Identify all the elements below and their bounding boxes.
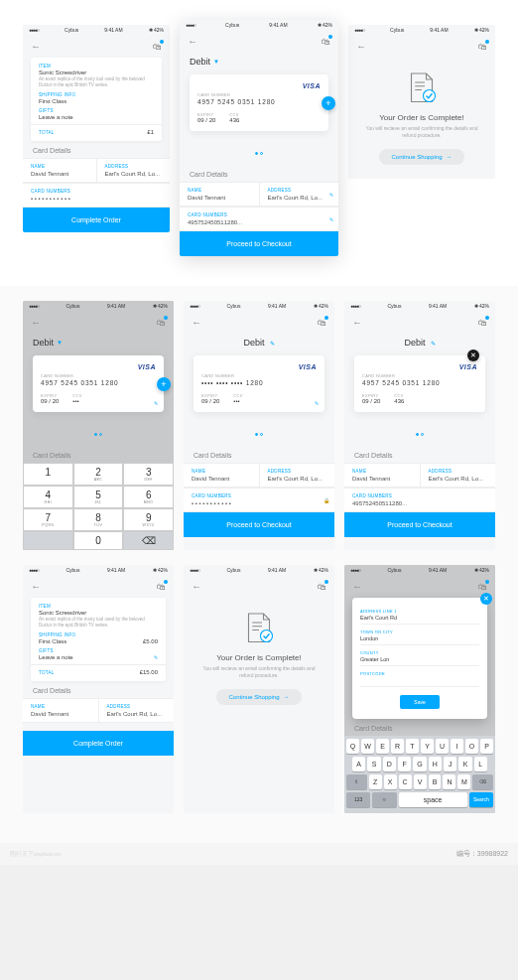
key-2[interactable]: 2ABC bbox=[73, 463, 124, 486]
close-icon[interactable]: ✕ bbox=[480, 593, 492, 605]
proceed-checkout-button[interactable]: Proceed to Checkout bbox=[180, 231, 338, 256]
key-e[interactable]: E bbox=[376, 739, 389, 754]
key-s[interactable]: S bbox=[367, 757, 380, 771]
key-r[interactable]: R bbox=[391, 739, 404, 754]
emoji-key[interactable]: ☺ bbox=[372, 792, 396, 807]
address-field[interactable]: ADDRESSEarl's Court Rd, Lo... bbox=[421, 464, 496, 487]
address-field[interactable]: ADDRESSEarl's Court Rd, Lo... bbox=[97, 159, 171, 182]
cart-icon[interactable]: 🛍 bbox=[322, 37, 330, 47]
address-field[interactable]: ADDRESSEarl's Court Rd, Lo...✎ bbox=[260, 183, 339, 206]
proceed-checkout-button[interactable]: Proceed to Checkout bbox=[344, 512, 495, 537]
key-x[interactable]: X bbox=[384, 774, 397, 789]
address-postcode[interactable] bbox=[360, 677, 479, 687]
card-number-field[interactable]: CARD NUMBERS• • • • • • • • • • •🔒 bbox=[184, 489, 334, 511]
search-key[interactable]: Search bbox=[469, 792, 493, 807]
key-3[interactable]: 3DEF bbox=[123, 463, 174, 486]
back-icon[interactable]: ← bbox=[188, 36, 197, 47]
name-field[interactable]: NAMEDavid Tennant bbox=[184, 464, 260, 487]
back-icon[interactable]: ← bbox=[352, 317, 362, 328]
key-q[interactable]: Q bbox=[346, 739, 359, 754]
card-number-field[interactable]: CARD NUMBERS495752450511280... bbox=[344, 489, 495, 511]
key-0[interactable]: 0 bbox=[73, 531, 124, 550]
key-m[interactable]: M bbox=[457, 774, 470, 789]
key-w[interactable]: W bbox=[361, 739, 374, 754]
key-o[interactable]: O bbox=[465, 739, 478, 754]
name-field[interactable]: NAMEDavid Tennant bbox=[23, 699, 99, 722]
key-8[interactable]: 8TUV bbox=[73, 508, 124, 531]
key-u[interactable]: U bbox=[436, 739, 449, 754]
space-key[interactable]: space bbox=[399, 792, 467, 807]
edit-icon[interactable]: ✎ bbox=[154, 654, 158, 660]
cart-icon[interactable]: 🛍 bbox=[153, 42, 162, 52]
key-5[interactable]: 5JKL bbox=[73, 486, 124, 508]
key-l[interactable]: L bbox=[474, 757, 487, 771]
key-y[interactable]: Y bbox=[421, 739, 434, 754]
payment-type-selector[interactable]: Debit▼ bbox=[180, 53, 338, 74]
back-icon[interactable]: ← bbox=[192, 317, 201, 328]
key-j[interactable]: J bbox=[444, 757, 456, 771]
payment-type-selector[interactable]: Debit▼ bbox=[23, 334, 174, 355]
card-number-field[interactable]: CARD NUMBERS495752450511280...✎ bbox=[180, 208, 338, 230]
cart-icon[interactable]: 🛍 bbox=[318, 318, 326, 328]
key-z[interactable]: Z bbox=[369, 774, 382, 789]
complete-order-button[interactable]: Complete Order bbox=[23, 731, 174, 756]
key-1[interactable]: 1 bbox=[23, 463, 73, 486]
edit-icon[interactable]: ✎ bbox=[154, 400, 158, 406]
edit-icon[interactable]: ✎ bbox=[315, 400, 319, 406]
complete-order-button[interactable]: Complete Order bbox=[23, 208, 170, 232]
cart-icon[interactable]: 🛍 bbox=[478, 42, 487, 52]
delete-card-button[interactable]: ✕ bbox=[467, 350, 479, 361]
cart-icon[interactable]: 🛍 bbox=[478, 318, 487, 328]
name-field[interactable]: NAMEDavid Tennant bbox=[180, 183, 260, 206]
key-4[interactable]: 4GHI bbox=[23, 486, 73, 508]
cart-icon[interactable]: 🛍 bbox=[318, 582, 326, 592]
save-button[interactable]: Save bbox=[400, 695, 439, 709]
key-d[interactable]: D bbox=[383, 757, 396, 771]
cart-icon[interactable]: 🛍 bbox=[157, 582, 166, 592]
back-icon[interactable]: ← bbox=[192, 581, 201, 592]
continue-shopping-button[interactable]: Continue Shopping→ bbox=[216, 689, 301, 705]
key-k[interactable]: K bbox=[458, 757, 471, 771]
key-t[interactable]: T bbox=[406, 739, 419, 754]
key-delete[interactable]: ⌫ bbox=[123, 531, 174, 550]
back-icon[interactable]: ← bbox=[31, 41, 41, 52]
key-b[interactable]: B bbox=[429, 774, 442, 789]
address-field[interactable]: ADDRESSEarl's Court Rd, Lo... bbox=[260, 464, 335, 487]
key-h[interactable]: H bbox=[429, 757, 442, 771]
address-county[interactable]: Greater Lon bbox=[360, 656, 479, 666]
key-v[interactable]: V bbox=[414, 774, 427, 789]
address-line1[interactable]: Earl's Court Rd bbox=[360, 615, 479, 625]
shift-key[interactable]: ⇧ bbox=[346, 774, 367, 789]
address-town[interactable]: London bbox=[360, 635, 479, 645]
back-icon[interactable]: ← bbox=[356, 41, 366, 52]
card-number-field[interactable]: CARD NUMBERS• • • • • • • • • • • bbox=[23, 184, 170, 207]
back-icon[interactable]: ← bbox=[31, 581, 41, 592]
proceed-checkout-button[interactable]: Proceed to Checkout bbox=[184, 512, 334, 537]
back-icon[interactable]: ← bbox=[352, 581, 362, 592]
key-9[interactable]: 9WXYZ bbox=[123, 508, 174, 531]
key-p[interactable]: P bbox=[480, 739, 493, 754]
name-field[interactable]: NAMEDavid Tennant bbox=[23, 159, 97, 182]
edit-icon[interactable]: ✎ bbox=[329, 192, 333, 198]
back-icon[interactable]: ← bbox=[31, 317, 41, 328]
key-6[interactable]: 6MNO bbox=[123, 486, 174, 508]
backspace-key[interactable]: ⌫ bbox=[472, 774, 493, 789]
add-card-button[interactable]: + bbox=[322, 96, 335, 110]
numbers-key[interactable]: 123 bbox=[346, 792, 370, 807]
key-n[interactable]: N bbox=[443, 774, 455, 789]
card-pagination[interactable] bbox=[180, 137, 338, 165]
payment-type[interactable]: Debit✎ bbox=[184, 334, 334, 355]
key-f[interactable]: F bbox=[398, 757, 411, 771]
cart-icon[interactable]: 🛍 bbox=[157, 318, 166, 328]
name-field[interactable]: NAMEDavid Tennant bbox=[344, 464, 421, 487]
key-7[interactable]: 7PQRS bbox=[23, 508, 73, 531]
key-g[interactable]: G bbox=[413, 757, 426, 771]
add-card-button[interactable]: + bbox=[157, 377, 171, 391]
key-a[interactable]: A bbox=[352, 757, 365, 771]
cart-icon[interactable]: 🛍 bbox=[478, 582, 487, 592]
key-c[interactable]: C bbox=[399, 774, 412, 789]
key-i[interactable]: I bbox=[451, 739, 463, 754]
gifts-value[interactable]: Leave a note bbox=[39, 114, 154, 120]
address-field[interactable]: ADDRESSEarl's Court Rd, Lo... bbox=[99, 699, 175, 722]
continue-shopping-button[interactable]: Continue Shopping→ bbox=[379, 149, 463, 165]
